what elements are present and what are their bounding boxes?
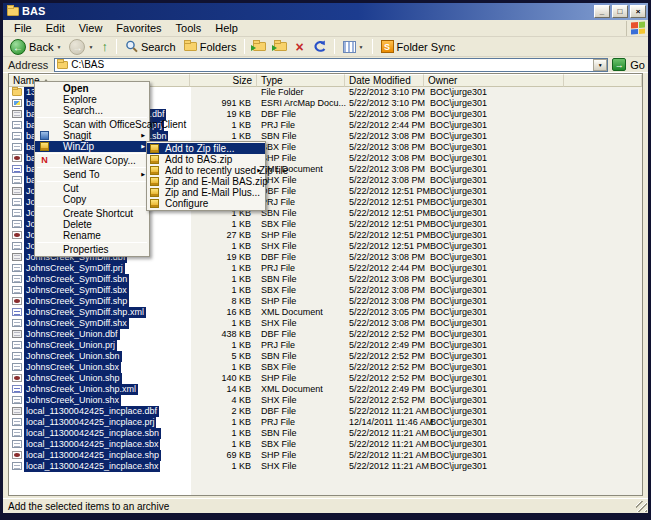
menu-item-label: Snagit <box>63 130 91 141</box>
file-name[interactable]: local_11300042425_incplace.sbx <box>24 439 160 450</box>
file-row[interactable]: local_11300042425_incplace.prj1 KBPRJ Fi… <box>9 417 642 428</box>
move-to-icon <box>253 42 266 51</box>
file-name[interactable]: local_11300042425_incplace.dbf <box>24 406 159 417</box>
maximize-button[interactable]: □ <box>612 5 628 18</box>
context-menu-item[interactable]: Open <box>35 83 149 94</box>
file-name[interactable]: JohnsCreek_SymDiff.shx <box>24 318 129 329</box>
resize-grip[interactable] <box>636 501 647 512</box>
file-row[interactable]: local_11300042425_incplace.sbn1 KBSBN Fi… <box>9 428 642 439</box>
menu-favorites[interactable]: Favorites <box>109 21 168 35</box>
file-name[interactable]: local_11300042425_incplace.prj <box>24 417 156 428</box>
column-header-owner[interactable]: Owner <box>424 74 564 87</box>
menu-file[interactable]: File <box>7 21 39 35</box>
move-to-button[interactable] <box>250 42 269 51</box>
file-size: 1 KB <box>199 219 251 230</box>
file-type: SHP File <box>261 230 296 241</box>
views-button[interactable]: ▼ <box>340 41 367 53</box>
menu-edit[interactable]: Edit <box>39 21 72 35</box>
back-button[interactable]: ← Back ▼ <box>7 39 64 55</box>
file-size: 140 KB <box>199 373 251 384</box>
context-menu-item[interactable]: Delete <box>35 219 149 230</box>
menu-help[interactable]: Help <box>208 21 245 35</box>
context-menu-item[interactable]: WinZip▶ <box>35 141 149 152</box>
file-row[interactable]: local_11300042425_incplace.dbf2 KBDBF Fi… <box>9 406 642 417</box>
address-value[interactable]: C:\BAS <box>71 59 590 71</box>
winzip-submenu-item[interactable]: Add to Zip file... <box>147 143 265 154</box>
delete-x-icon: × <box>295 39 303 55</box>
context-menu-item[interactable]: Snagit▶ <box>35 130 149 141</box>
file-row[interactable]: JohnsCreek_SymDiff.prj1 KBPRJ File5/22/2… <box>9 263 642 274</box>
winzip-submenu-item[interactable]: Zip and E-Mail BAS.zip <box>147 176 265 187</box>
file-row[interactable]: JohnsCreek_Union.shx4 KBSHX File5/22/201… <box>9 395 642 406</box>
file-name[interactable]: local_11300042425_incplace.shx <box>24 461 160 472</box>
context-menu-item[interactable]: NNetWare Copy... <box>35 155 149 166</box>
address-dropdown-button[interactable]: ▼ <box>593 59 607 71</box>
menu-view[interactable]: View <box>72 21 110 35</box>
up-button[interactable]: ↑ <box>98 39 111 55</box>
folder-sync-button[interactable]: S Folder Sync <box>378 40 459 53</box>
context-menu-item[interactable]: Cut <box>35 183 149 194</box>
column-header-type[interactable]: Type <box>257 74 345 87</box>
file-name[interactable]: JohnsCreek_Union.shp.xml <box>24 384 138 395</box>
file-row[interactable]: local_11300042425_incplace.sbx1 KBSBX Fi… <box>9 439 642 450</box>
title-bar[interactable]: BAS _ □ × <box>3 3 648 20</box>
file-name[interactable]: JohnsCreek_SymDiff.shp <box>24 296 129 307</box>
views-dropdown-icon[interactable]: ▼ <box>359 44 364 50</box>
file-name[interactable]: JohnsCreek_Union.sbx <box>24 362 121 373</box>
file-name[interactable]: JohnsCreek_Union.dbf <box>24 329 120 340</box>
column-header-date-modified[interactable]: Date Modified <box>345 74 424 87</box>
file-row[interactable]: local_11300042425_incplace.shx1 KBSHX Fi… <box>9 461 642 472</box>
file-owner: BOC\jurge301 <box>430 120 487 131</box>
file-row[interactable]: local_11300042425_incplace.shp69 KBSHP F… <box>9 450 642 461</box>
close-button[interactable]: × <box>630 5 646 18</box>
search-button[interactable]: Search <box>122 40 179 53</box>
context-menu-item[interactable]: Rename <box>35 230 149 241</box>
context-menu-item[interactable]: Properties <box>35 244 149 255</box>
copy-to-button[interactable] <box>271 42 290 51</box>
file-name[interactable]: local_11300042425_incplace.shp <box>24 450 161 461</box>
back-dropdown-icon[interactable]: ▼ <box>56 44 61 50</box>
file-row[interactable]: JohnsCreek_Union.shp.xml14 KBXML Documen… <box>9 384 642 395</box>
file-row[interactable]: JohnsCreek_SymDiff.sbn1 KBSBN File5/22/2… <box>9 274 642 285</box>
file-name[interactable]: JohnsCreek_SymDiff.sbn <box>24 274 129 285</box>
undo-button[interactable] <box>309 40 329 53</box>
context-menu-item[interactable]: Send To▶ <box>35 169 149 180</box>
file-name[interactable]: JohnsCreek_Union.prj <box>24 340 117 351</box>
file-row[interactable]: JohnsCreek_Union.shp140 KBSHP File5/22/2… <box>9 373 642 384</box>
context-menu-item[interactable]: Copy <box>35 194 149 205</box>
forward-dropdown-icon[interactable]: ▼ <box>88 44 93 50</box>
address-input[interactable]: C:\BAS ▼ <box>54 58 608 72</box>
winzip-submenu-item[interactable]: Add to BAS.zip <box>147 154 265 165</box>
minimize-button[interactable]: _ <box>594 5 610 18</box>
address-label: Address <box>6 59 50 71</box>
file-name[interactable]: JohnsCreek_Union.shx <box>24 395 121 406</box>
forward-button[interactable]: → ▼ <box>66 39 96 55</box>
winzip-submenu-item[interactable]: Configure <box>147 198 265 209</box>
file-name[interactable]: local_11300042425_incplace.sbn <box>24 428 161 439</box>
file-row[interactable]: JohnsCreek_SymDiff.shp8 KBSHP File5/22/2… <box>9 296 642 307</box>
file-name[interactable]: JohnsCreek_Union.shp <box>24 373 122 384</box>
context-menu-item[interactable]: Scan with OfficeScan Client <box>35 119 149 130</box>
file-name[interactable]: JohnsCreek_SymDiff.shp.xml <box>24 307 146 318</box>
file-row[interactable]: JohnsCreek_SymDiff.shp.xml16 KBXML Docum… <box>9 307 642 318</box>
menu-tools[interactable]: Tools <box>169 21 209 35</box>
context-menu-item[interactable]: Search... <box>35 105 149 116</box>
column-header-size[interactable]: Size <box>190 74 257 87</box>
file-row[interactable]: JohnsCreek_SymDiff.shx1 KBSHX File5/22/2… <box>9 318 642 329</box>
file-name[interactable]: JohnsCreek_SymDiff.sbx <box>24 285 129 296</box>
go-icon[interactable]: → <box>612 58 626 71</box>
file-name[interactable]: JohnsCreek_Union.sbn <box>24 351 122 362</box>
winzip-submenu-item[interactable]: Zip and E-Mail Plus... <box>147 187 265 198</box>
file-row[interactable]: JohnsCreek_Union.sbx1 KBSBX File5/22/201… <box>9 362 642 373</box>
context-menu-item[interactable]: Create Shortcut <box>35 208 149 219</box>
delete-button[interactable]: × <box>292 39 306 55</box>
file-row[interactable]: JohnsCreek_Union.dbf438 KBDBF File5/22/2… <box>9 329 642 340</box>
file-name[interactable]: JohnsCreek_SymDiff.prj <box>24 263 125 274</box>
folders-button[interactable]: Folders <box>181 41 240 53</box>
winzip-submenu-item[interactable]: Add to recently used Zip file▶ <box>147 165 265 176</box>
file-row[interactable]: JohnsCreek_SymDiff.sbx1 KBSBX File5/22/2… <box>9 285 642 296</box>
file-row[interactable]: JohnsCreek_Union.sbn5 KBSBN File5/22/201… <box>9 351 642 362</box>
go-label[interactable]: Go <box>630 59 645 71</box>
context-menu-item[interactable]: Explore <box>35 94 149 105</box>
file-row[interactable]: JohnsCreek_Union.prj1 KBPRJ File5/22/201… <box>9 340 642 351</box>
